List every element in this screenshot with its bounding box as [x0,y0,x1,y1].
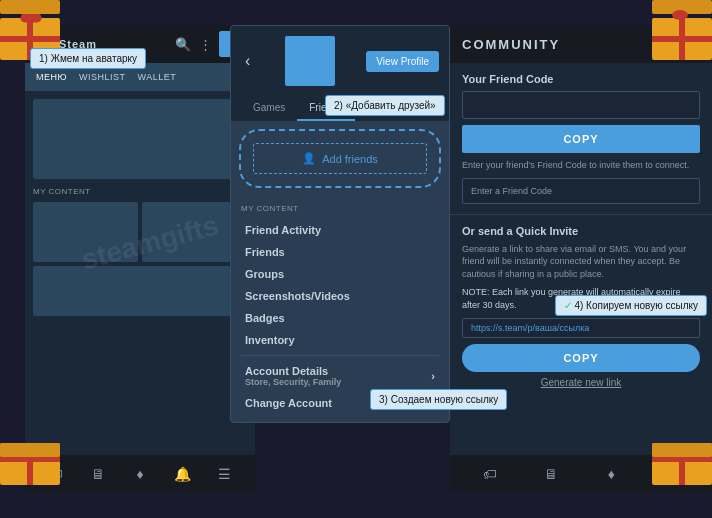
steam-panel: Steam 🔍 ⋮ МЕНЮ WISHLIST WALLET MY CONTEN… [25,25,255,493]
profile-dropdown: ‹ View Profile Games Friends Wallet 👤 Ad… [230,25,450,423]
featured-label: MY CONTENT [33,187,247,196]
chevron-right-icon: › [431,370,435,382]
account-details-sub: Store, Security, Family [245,377,341,387]
add-friends-icon: 👤 [302,152,316,165]
bottom-bell-icon[interactable]: 🔔 [173,465,191,483]
menu-groups[interactable]: Groups [241,263,439,285]
bottom-monitor-icon[interactable]: 🖥 [89,465,107,483]
menu-badges[interactable]: Badges [241,307,439,329]
menu-friends[interactable]: Friends [241,241,439,263]
check-icon: ✓ [564,300,572,311]
annotation-step4: ✓ 4) Копируем новую ссылку [555,295,707,316]
view-profile-button[interactable]: View Profile [366,51,439,72]
annotation-step1: 1) Жмем на аватарку [30,48,146,69]
menu-icon[interactable]: ⋮ [197,36,213,52]
my-content-label: MY CONTENT [241,204,439,213]
tab-games[interactable]: Games [241,96,297,121]
annotation-step2: 2) «Добавить друзей» [325,95,445,116]
menu-screenshots[interactable]: Screenshots/Videos [241,285,439,307]
nav-wallet[interactable]: WALLET [133,70,182,84]
gift-decoration-bl [0,438,80,518]
steam-content: MY CONTENT [25,91,255,455]
back-arrow-icon[interactable]: ‹ [241,50,254,72]
account-details-label: Account Details [245,365,341,377]
menu-account-details[interactable]: Account Details Store, Security, Family … [241,360,439,392]
search-icon[interactable]: 🔍 [175,36,191,52]
menu-friend-activity[interactable]: Friend Activity [241,219,439,241]
annotation-step3: 3) Создаем новую ссылку [370,389,507,410]
featured-card-1 [33,202,138,262]
nav-wishlist[interactable]: WISHLIST [74,70,131,84]
gift-decoration-tr [632,0,712,80]
bottom-star-icon[interactable]: ♦ [131,465,149,483]
menu-inventory[interactable]: Inventory [241,329,439,351]
featured-section: MY CONTENT [25,91,255,324]
profile-avatar [285,36,335,86]
bottom-menu-icon[interactable]: ☰ [215,465,233,483]
add-friends-label: Add friends [322,153,378,165]
featured-cards [33,202,247,262]
profile-header: ‹ View Profile [231,26,449,96]
add-friends-button[interactable]: 👤 Add friends [253,143,427,174]
gift-decoration-br [632,438,712,518]
